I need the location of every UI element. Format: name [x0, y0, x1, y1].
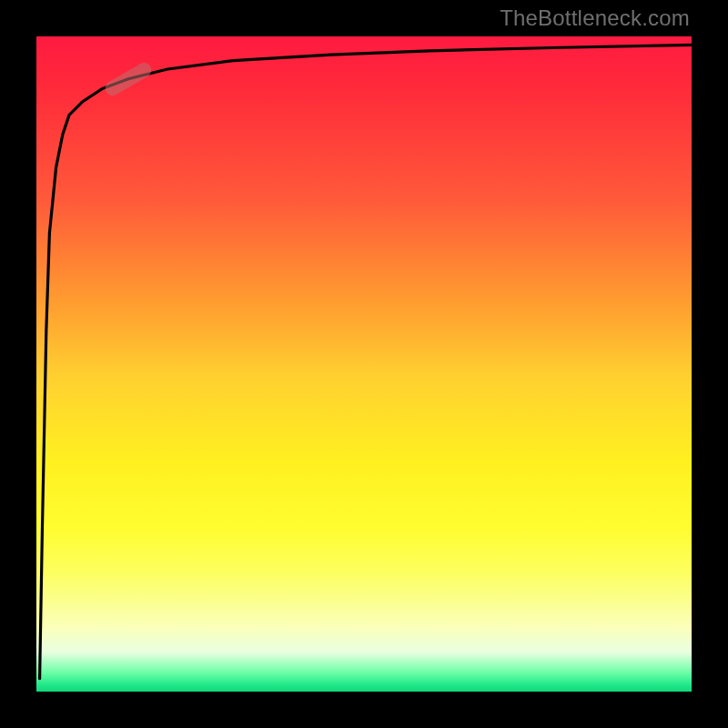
frame-bottom — [0, 692, 728, 728]
chart-container: TheBottleneck.com — [0, 0, 728, 728]
frame-right — [692, 0, 728, 728]
frame-left — [0, 0, 36, 728]
curve-layer — [36, 36, 692, 692]
attribution-text: TheBottleneck.com — [500, 5, 690, 31]
bottleneck-curve — [40, 45, 692, 678]
